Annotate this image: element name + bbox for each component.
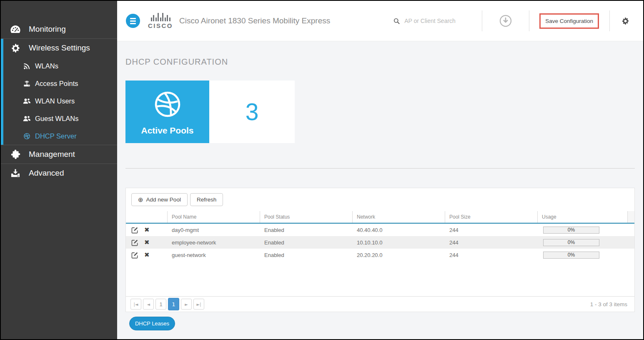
dhcp-leases-label: DHCP Leases [135,320,169,327]
sidebar-item-label: Advanced [29,169,64,178]
search-icon [393,18,400,24]
cisco-logo-bars-icon [151,13,170,21]
cell-network: 20.20.20.0 [353,252,445,258]
edit-pool-button[interactable] [131,252,138,259]
table-toolbar: ⊕ Add new Pool Refresh [126,188,634,211]
app-window: Monitoring Wireless Settings [0,0,644,340]
sidebar-item-dhcp-server[interactable]: DHCP Server [3,127,117,145]
pager-bar: |◄ ◄ 1 1 ► ►| 1 - 3 of 3 items [126,296,634,312]
download-tray-icon [10,169,21,178]
sidebar-item-label: Guest WLANs [35,115,79,123]
users-icon [23,98,31,105]
table-row[interactable]: ✖ day0-mgmt Enabled 40.40.40.0 244 0% [126,224,634,236]
dhcp-ball-icon [152,88,183,120]
cell-pool-size: 244 [445,227,538,233]
column-header-actions [126,211,168,223]
column-header-usage[interactable]: Usage [538,211,628,223]
cell-pool-status: Enabled [260,227,353,233]
settings-button[interactable] [621,17,629,25]
search-input[interactable] [403,17,466,25]
sidebar-item-wireless-settings[interactable]: Wireless Settings [3,39,117,57]
pager-last-icon: ►| [196,302,201,307]
pager-prev-button[interactable]: ◄ [143,299,154,310]
sidebar-item-access-points[interactable]: Access Points [3,75,117,92]
active-pools-label: Active Pools [141,126,193,136]
edit-pool-button[interactable] [131,227,138,234]
column-header-pool-status[interactable]: Pool Status [260,211,353,223]
active-pools-count: 3 [209,81,295,143]
active-pools-card[interactable]: Active Pools 3 [125,81,295,143]
page-body: DHCP CONFIGURATION Active Pools 3 [117,41,643,339]
sidebar-group-wireless-settings: Wireless Settings WLANs [1,39,117,145]
sidebar-item-monitoring[interactable]: Monitoring [1,20,117,38]
sidebar-item-wlan-users[interactable]: WLAN Users [3,92,117,110]
grid-empty-area [126,261,634,296]
cell-usage: 0% [538,252,628,259]
cell-pool-status: Enabled [260,252,353,258]
page-title: DHCP CONFIGURATION [125,57,635,67]
table-row[interactable]: ✖ guest-network Enabled 20.20.20.0 244 0… [126,249,634,261]
app-title: Cisco Aironet 1830 Series Mobility Expre… [179,16,330,25]
cell-pool-status: Enabled [260,239,353,246]
cell-pool-name: employee-network [168,239,260,246]
plus-circle-icon: ⊕ [138,196,143,204]
delete-pool-button[interactable]: ✖ [144,239,150,246]
column-header-pool-name[interactable]: Pool Name [168,211,260,223]
dhcp-ball-icon [23,133,31,140]
cell-pool-size: 244 [445,239,538,246]
grid-gutter [628,211,634,223]
column-header-network[interactable]: Network [353,211,445,223]
refresh-label: Refresh [197,196,216,203]
save-configuration-button[interactable]: Save Configuration [539,13,599,29]
delete-pool-button[interactable]: ✖ [144,226,150,234]
sidebar-item-label: Management [29,150,75,159]
edit-pool-button[interactable] [131,239,138,246]
pools-grid: Pool Name Pool Status Network Pool Size … [126,211,634,312]
brand-text: CISCO [148,22,173,29]
gauge-icon [10,25,21,34]
dhcp-leases-button[interactable]: DHCP Leases [129,317,175,330]
pager-last-button[interactable]: ►| [193,299,204,310]
cisco-logo: CISCO [148,13,173,29]
active-pools-card-left: Active Pools [125,81,209,143]
delete-icon: ✖ [144,226,150,234]
topbar: CISCO Cisco Aironet 1830 Series Mobility… [117,1,643,41]
pools-table-panel: ⊕ Add new Pool Refresh Pool Name Pool St… [125,188,635,312]
download-circle-icon [499,15,512,27]
column-header-pool-size[interactable]: Pool Size [445,211,538,223]
add-new-pool-label: Add new Pool [146,196,181,203]
sidebar-item-management[interactable]: Management [1,145,117,164]
hamburger-menu-button[interactable] [126,14,140,28]
cell-network: 10.10.10.0 [353,239,445,246]
usage-progress-bar: 0% [543,239,599,246]
hamburger-icon [130,18,136,19]
delete-icon: ✖ [144,239,150,246]
pager-prev-icon: ◄ [147,302,150,307]
edit-icon [131,227,138,234]
gear-icon [10,43,21,53]
pager-next-button[interactable]: ► [181,299,192,310]
sidebar-item-label: WLAN Users [35,97,75,105]
cell-usage: 0% [538,227,628,234]
pager-first-button[interactable]: |◄ [130,299,141,310]
sidebar-item-advanced[interactable]: Advanced [1,164,117,182]
add-new-pool-button[interactable]: ⊕ Add new Pool [131,193,188,206]
refresh-button[interactable]: Refresh [190,193,223,206]
download-config-button[interactable] [499,15,512,27]
gear-icon [621,17,629,25]
table-row[interactable]: ✖ employee-network Enabled 10.10.10.0 24… [126,236,634,249]
wifi-icon [23,63,31,70]
usage-progress-bar: 0% [543,227,599,234]
pager-page-1[interactable]: 1 [155,299,166,310]
sidebar-item-wlans[interactable]: WLANs [3,57,117,75]
topbar-divider [609,10,610,31]
sidebar-item-label: Access Points [35,80,78,88]
delete-pool-button[interactable]: ✖ [144,251,150,259]
sidebar-item-guest-wlans[interactable]: Guest WLANs [3,110,117,127]
usage-progress-bar: 0% [543,252,599,259]
sidebar-item-label: Wireless Settings [29,43,90,53]
content-column: CISCO Cisco Aironet 1830 Series Mobility… [117,1,643,339]
sidebar: Monitoring Wireless Settings [1,1,117,339]
edit-icon [131,239,138,246]
pager-current-page[interactable]: 1 [168,298,179,310]
